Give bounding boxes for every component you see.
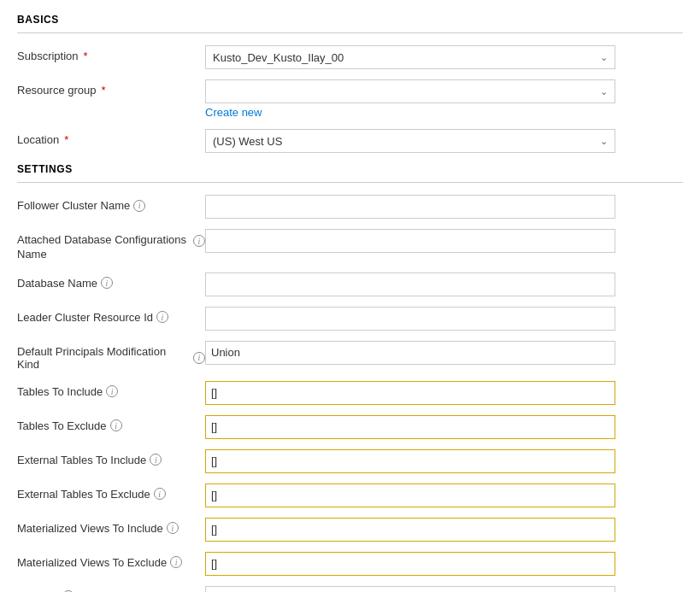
resource-group-control: ⌄ Create new	[205, 79, 683, 119]
tables-to-exclude-info-icon[interactable]: i	[110, 419, 122, 431]
location-required: *	[64, 133, 68, 146]
materialized-views-to-exclude-info-icon[interactable]: i	[170, 556, 182, 568]
external-tables-to-exclude-control	[205, 484, 683, 507]
follower-cluster-name-control	[205, 195, 683, 219]
materialized-views-to-include-info-icon[interactable]: i	[167, 522, 179, 534]
database-name-row: Database Name i	[17, 273, 683, 296]
subscription-label: Subscription *	[17, 45, 205, 62]
attached-db-config-name-row: Attached Database Configurations Name i	[17, 229, 683, 262]
resource-group-label: Resource group *	[17, 79, 205, 97]
leader-cluster-resource-id-info-icon[interactable]: i	[156, 311, 168, 323]
tables-to-exclude-label: Tables To Exclude i	[17, 415, 205, 432]
materialized-views-to-exclude-row: Materialized Views To Exclude i	[17, 552, 683, 576]
database-name-label: Database Name i	[17, 273, 205, 290]
follower-cluster-name-input[interactable]	[205, 195, 615, 219]
resource-group-row: Resource group * ⌄ Create new	[17, 79, 683, 119]
location-basics-control: (US) West US ⌄	[205, 129, 683, 153]
location-settings-input[interactable]	[205, 586, 615, 592]
materialized-views-to-include-control	[205, 518, 683, 542]
materialized-views-to-include-row: Materialized Views To Include i	[17, 518, 683, 542]
materialized-views-to-exclude-label: Materialized Views To Exclude i	[17, 552, 205, 569]
location-settings-row: Location i	[17, 586, 683, 592]
leader-cluster-resource-id-control	[205, 307, 683, 331]
leader-cluster-resource-id-input[interactable]	[205, 307, 615, 331]
external-tables-to-include-input[interactable]	[205, 449, 615, 473]
default-principals-modification-kind-row: Default Principals Modification Kind i	[17, 341, 683, 371]
resource-group-required: *	[102, 84, 106, 97]
tables-to-exclude-input[interactable]	[205, 415, 615, 439]
subscription-control: Kusto_Dev_Kusto_Ilay_00 ⌄	[205, 45, 683, 69]
resource-group-dropdown-arrow: ⌄	[600, 86, 608, 97]
follower-cluster-name-info-icon[interactable]: i	[133, 200, 145, 212]
attached-db-config-name-label: Attached Database Configurations Name i	[17, 229, 205, 262]
tables-to-exclude-control	[205, 415, 683, 439]
follower-cluster-name-row: Follower Cluster Name i	[17, 195, 683, 219]
location-basics-row: Location * (US) West US ⌄	[17, 129, 683, 153]
basics-section: BASICS Subscription * Kusto_Dev_Kusto_Il…	[17, 14, 683, 153]
external-tables-to-exclude-row: External Tables To Exclude i	[17, 484, 683, 507]
tables-to-exclude-row: Tables To Exclude i	[17, 415, 683, 439]
database-name-input[interactable]	[205, 273, 615, 296]
attached-db-config-name-input[interactable]	[205, 229, 615, 253]
materialized-views-to-exclude-input[interactable]	[205, 552, 615, 576]
external-tables-to-exclude-label: External Tables To Exclude i	[17, 484, 205, 501]
attached-db-config-name-info-icon[interactable]: i	[193, 235, 205, 247]
database-name-control	[205, 273, 683, 296]
default-principals-modification-kind-label: Default Principals Modification Kind i	[17, 341, 205, 371]
tables-to-include-control	[205, 381, 683, 405]
external-tables-to-include-row: External Tables To Include i	[17, 449, 683, 473]
resource-group-dropdown[interactable]: ⌄	[205, 79, 615, 103]
settings-section: SETTINGS Follower Cluster Name i Attache…	[17, 163, 683, 592]
default-principals-modification-kind-info-icon[interactable]: i	[193, 352, 205, 364]
tables-to-include-info-icon[interactable]: i	[106, 385, 118, 397]
location-basics-value: (US) West US	[213, 135, 282, 148]
subscription-dropdown[interactable]: Kusto_Dev_Kusto_Ilay_00 ⌄	[205, 45, 615, 69]
external-tables-to-exclude-info-icon[interactable]: i	[154, 488, 166, 500]
materialized-views-to-include-label: Materialized Views To Include i	[17, 518, 205, 535]
location-basics-dropdown-arrow: ⌄	[600, 136, 608, 147]
external-tables-to-include-label: External Tables To Include i	[17, 449, 205, 466]
create-new-link[interactable]: Create new	[205, 106, 683, 119]
leader-cluster-resource-id-label: Leader Cluster Resource Id i	[17, 307, 205, 324]
database-name-info-icon[interactable]: i	[101, 277, 113, 289]
location-basics-label: Location *	[17, 129, 205, 146]
external-tables-to-exclude-input[interactable]	[205, 484, 615, 507]
subscription-required: *	[84, 50, 88, 62]
settings-title: SETTINGS	[17, 163, 683, 175]
location-basics-dropdown[interactable]: (US) West US ⌄	[205, 129, 615, 153]
basics-title: BASICS	[17, 14, 683, 26]
subscription-value: Kusto_Dev_Kusto_Ilay_00	[213, 51, 344, 64]
external-tables-to-include-info-icon[interactable]: i	[150, 454, 162, 466]
default-principals-modification-kind-control	[205, 341, 683, 365]
location-settings-control	[205, 586, 683, 592]
external-tables-to-include-control	[205, 449, 683, 473]
subscription-dropdown-arrow: ⌄	[600, 52, 608, 63]
materialized-views-to-include-input[interactable]	[205, 518, 615, 542]
attached-db-config-name-control	[205, 229, 683, 253]
tables-to-include-label: Tables To Include i	[17, 381, 205, 398]
follower-cluster-name-label: Follower Cluster Name i	[17, 195, 205, 212]
tables-to-include-row: Tables To Include i	[17, 381, 683, 405]
location-settings-label: Location i	[17, 586, 205, 592]
subscription-row: Subscription * Kusto_Dev_Kusto_Ilay_00 ⌄	[17, 45, 683, 69]
default-principals-modification-kind-input[interactable]	[205, 341, 615, 365]
materialized-views-to-exclude-control	[205, 552, 683, 576]
tables-to-include-input[interactable]	[205, 381, 615, 405]
leader-cluster-resource-id-row: Leader Cluster Resource Id i	[17, 307, 683, 331]
